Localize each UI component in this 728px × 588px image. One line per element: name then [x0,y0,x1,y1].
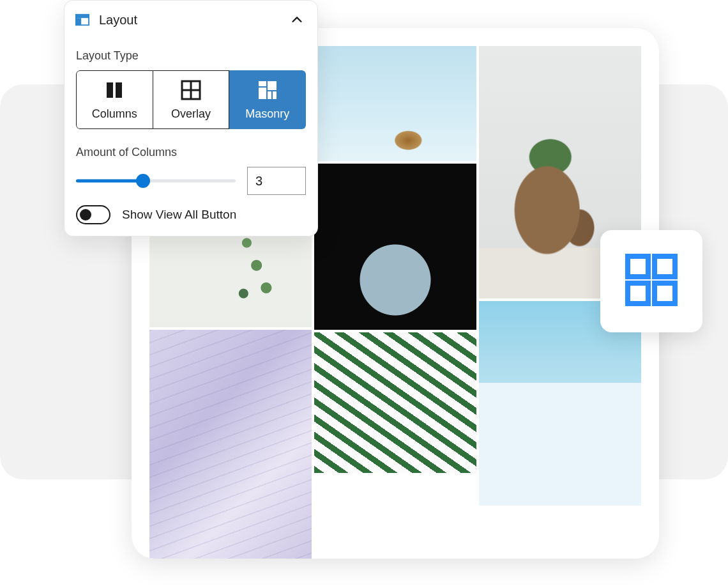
option-label: Columns [92,107,137,121]
grid-icon [625,254,678,309]
columns-input[interactable]: 3 [247,167,306,195]
svg-rect-3 [655,283,675,304]
slider-fill [76,180,143,183]
masonry-icon [257,79,278,101]
option-label: Overlay [171,107,211,121]
svg-rect-6 [76,18,81,25]
svg-rect-1 [655,256,675,277]
svg-rect-13 [268,81,277,90]
gallery-tile[interactable] [314,46,476,161]
svg-rect-8 [116,82,122,98]
gallery-tile[interactable] [314,164,476,330]
layout-option-masonry[interactable]: Masonry [229,70,306,129]
overlay-icon [180,79,202,101]
columns-label: Amount of Columns [76,146,306,159]
layout-icon [75,12,90,27]
svg-rect-14 [259,88,266,99]
gallery-tile[interactable] [314,332,476,473]
gallery-tile[interactable] [149,330,312,559]
layout-panel: Layout Layout Type Columns Overlay [64,0,318,236]
toggle-knob [80,209,91,220]
chevron-up-icon [288,11,306,29]
layout-type-segmented: Columns Overlay Masonr [76,70,306,129]
grid-badge [600,230,702,332]
slider-thumb[interactable] [136,174,150,188]
columns-icon [103,79,125,101]
svg-rect-15 [268,91,271,99]
columns-slider[interactable] [76,174,236,188]
layout-option-overlay[interactable]: Overlay [153,70,230,129]
svg-rect-7 [107,82,113,98]
svg-rect-0 [628,256,648,277]
svg-rect-2 [628,283,648,304]
show-view-all-label: Show View All Button [122,208,236,222]
columns-value: 3 [255,174,262,189]
panel-header[interactable]: Layout [64,1,317,39]
layout-type-label: Layout Type [76,49,306,63]
show-view-all-toggle[interactable] [76,205,110,224]
svg-rect-16 [273,91,277,99]
svg-rect-12 [259,81,266,86]
layout-option-columns[interactable]: Columns [76,70,153,129]
svg-rect-5 [76,15,89,19]
option-label: Masonry [245,107,289,121]
panel-title: Layout [99,13,288,27]
